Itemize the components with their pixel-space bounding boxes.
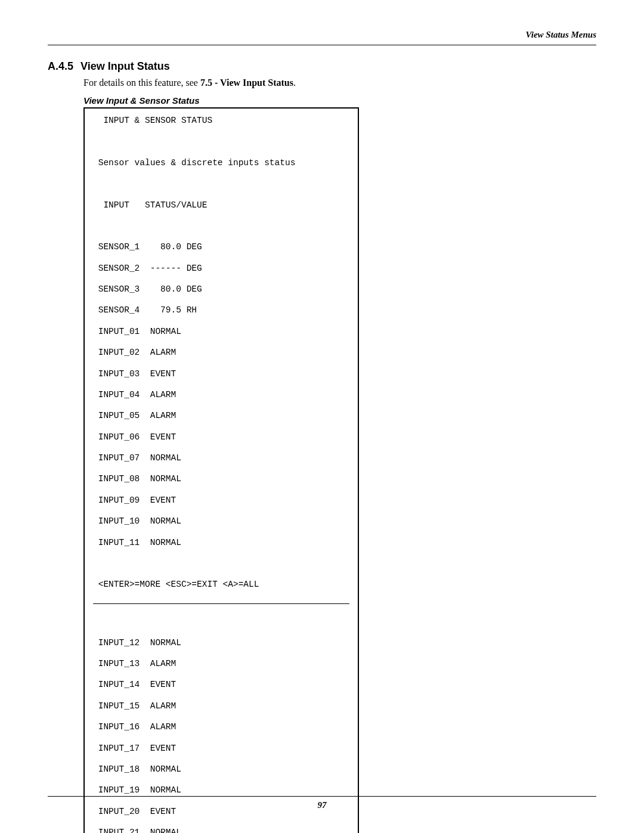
term-blank [93, 221, 349, 232]
footer-divider [48, 796, 596, 797]
intro-suffix: . [293, 78, 296, 88]
input-row: INPUT_11 NORMAL [93, 538, 349, 549]
input-row: INPUT_18 NORMAL [93, 764, 349, 775]
input-row: INPUT_17 EVENT [93, 744, 349, 754]
input-row: INPUT_01 NORMAL [93, 327, 349, 337]
input-row: INPUT_14 EVENT [93, 680, 349, 690]
input-row: INPUT_13 ALARM [93, 659, 349, 670]
sensor-row: SENSOR_3 80.0 DEG [93, 284, 349, 295]
terminal-box: INPUT & SENSOR STATUS Sensor values & di… [83, 107, 359, 833]
section-divider [93, 603, 349, 604]
intro-paragraph: For details on this feature, see 7.5 - V… [83, 78, 596, 88]
sensor-row: SENSOR_2 ------ DEG [93, 264, 349, 274]
input-row: INPUT_05 ALARM [93, 411, 349, 422]
sensor-row: SENSOR_4 79.5 RH [93, 305, 349, 316]
term-blank [93, 179, 349, 190]
nav-hint: <ENTER>=MORE <ESC>=EXIT <A>=ALL [93, 580, 349, 590]
section-title: View Input Status [80, 60, 170, 72]
intro-prefix: For details on this feature, see [83, 78, 200, 88]
sensor-row: SENSOR_1 80.0 DEG [93, 242, 349, 253]
term-blank [93, 617, 349, 627]
input-row: INPUT_12 NORMAL [93, 638, 349, 649]
header-section-title: View Status Menus [48, 30, 596, 40]
input-row: INPUT_10 NORMAL [93, 516, 349, 527]
input-row: INPUT_06 EVENT [93, 432, 349, 443]
term-desc: Sensor values & discrete inputs status [93, 158, 349, 169]
input-row: INPUT_09 EVENT [93, 496, 349, 506]
term-title: INPUT & SENSOR STATUS [93, 116, 349, 126]
footer: 97 [48, 796, 596, 810]
term-blank [93, 559, 349, 569]
input-row: INPUT_08 NORMAL [93, 474, 349, 485]
section-number: A.4.5 [48, 60, 73, 73]
input-row: INPUT_16 ALARM [93, 722, 349, 733]
section-heading: A.4.5View Input Status [48, 60, 596, 73]
header-divider [48, 45, 596, 45]
input-row: INPUT_04 ALARM [93, 390, 349, 401]
term-blank [93, 137, 349, 147]
intro-reference: 7.5 - View Input Status [200, 78, 293, 88]
input-row: INPUT_03 EVENT [93, 369, 349, 380]
input-row: INPUT_02 ALARM [93, 348, 349, 358]
page-number: 97 [48, 800, 596, 810]
terminal-box-title: View Input & Sensor Status [83, 95, 596, 106]
input-row: INPUT_07 NORMAL [93, 453, 349, 464]
input-row: INPUT_21 NORMAL [93, 828, 349, 833]
input-row: INPUT_15 ALARM [93, 701, 349, 712]
input-row: INPUT_19 NORMAL [93, 785, 349, 796]
term-col-header: INPUT STATUS/VALUE [93, 200, 349, 211]
